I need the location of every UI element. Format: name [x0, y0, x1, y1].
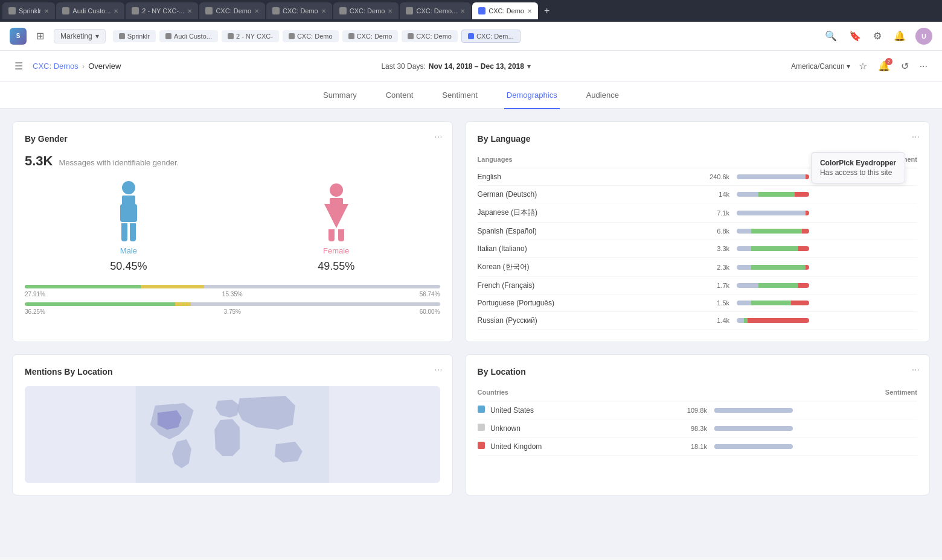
grid-icon[interactable]: ⊞ — [34, 28, 46, 44]
lang-name: French (Français) — [478, 277, 669, 294]
tab-favicon — [8, 7, 16, 14]
loc-sentiment-bar — [714, 444, 793, 449]
new-tab-button[interactable]: + — [539, 5, 554, 16]
loc-sentiment-bar — [714, 408, 793, 413]
browser-tab-cxc5-active[interactable]: CXC: Demo ✕ — [472, 2, 538, 19]
tab-favicon — [62, 7, 69, 14]
tab-demographics[interactable]: Demographics — [504, 82, 560, 109]
mentions-location-menu[interactable]: ··· — [434, 364, 442, 375]
mentions-location-title: Mentions By Location — [25, 367, 440, 377]
bookmark-icon[interactable]: 🔖 — [847, 28, 864, 44]
star-icon[interactable]: ☆ — [856, 58, 870, 74]
lang-sentiment-cell — [737, 203, 917, 223]
lang-sentiment-cell — [737, 277, 917, 294]
date-range-picker[interactable]: Last 30 Days: Nov 14, 2018 – Dec 13, 201… — [381, 62, 531, 71]
location-table-row: Unknown 98.3k — [478, 419, 917, 438]
notification-badge[interactable]: 🔔2 — [876, 58, 892, 74]
date-range-value: Nov 14, 2018 – Dec 13, 2018 — [429, 62, 524, 71]
lang-sentiment-bar — [737, 301, 809, 305]
lang-sent-grey — [737, 192, 758, 197]
language-table-row: Korean (한국어) 2.3k — [478, 258, 917, 277]
browser-tab-nycxc[interactable]: 2 - NY CXC-... ✕ — [126, 2, 198, 19]
country-name: Unknown — [478, 419, 644, 438]
app-tab-cxc1[interactable]: CXC: Demo — [283, 30, 339, 42]
language-panel-menu[interactable]: ··· — [912, 132, 920, 142]
lang-sentiment-cell — [737, 168, 917, 186]
lang-count: 7.1k — [669, 203, 737, 223]
lang-sent-red — [806, 211, 809, 215]
refresh-icon[interactable]: ↺ — [899, 58, 911, 74]
col-language: Languages — [478, 153, 669, 168]
female-positive-bar — [25, 302, 175, 306]
tab-close-icon[interactable]: ✕ — [114, 8, 118, 14]
female-icon — [324, 183, 348, 241]
lang-sent-green — [758, 192, 795, 197]
lang-sent-green — [751, 301, 791, 305]
lang-name: Korean (한국어) — [478, 258, 669, 277]
tab-close-icon[interactable]: ✕ — [321, 8, 326, 14]
by-location-menu[interactable]: ··· — [912, 364, 920, 375]
timezone-selector[interactable]: America/Cancun ▾ — [791, 62, 850, 71]
app-tab-cxc3[interactable]: CXC: Demo — [402, 30, 458, 42]
app-header: S ⊞ Marketing ▾ Sprinklr Audi Custo... 2… — [0, 22, 942, 51]
browser-tab-cxc3[interactable]: CXC: Demo ✕ — [333, 2, 399, 19]
country-sentiment-cell — [714, 438, 917, 456]
tab-content[interactable]: Content — [383, 82, 416, 109]
tab-close-icon[interactable]: ✕ — [527, 8, 532, 14]
tab-close-icon[interactable]: ✕ — [460, 8, 465, 14]
tab-audience[interactable]: Audience — [584, 82, 621, 109]
lang-sentiment-bar — [737, 229, 809, 234]
loc-sent-bar-fill — [714, 444, 746, 449]
app-tab-sprinklr[interactable]: Sprinklr — [113, 30, 156, 42]
tab-close-icon[interactable]: ✕ — [187, 8, 192, 14]
language-table-row: Japanese (日本語) 7.1k — [478, 203, 917, 223]
app-tab-cxc4-current[interactable]: CXC: Dem... — [461, 30, 521, 43]
app-tab-audi[interactable]: Audi Custo... — [159, 30, 218, 42]
browser-tab-cxc4[interactable]: CXC: Demo... ✕ — [400, 2, 471, 19]
lang-sent-grey — [737, 318, 744, 323]
tab-close-icon[interactable]: ✕ — [44, 8, 49, 14]
gender-figures: Male 50.45% Female 49.55% — [25, 181, 440, 273]
page-header-right: America/Cancun ▾ ☆ 🔔2 ↺ ··· — [791, 58, 930, 74]
browser-tab-cxc2[interactable]: CXC: Demo ✕ — [266, 2, 332, 19]
page-header: ☰ CXC: Demos › Overview Last 30 Days: No… — [0, 51, 942, 82]
female-label: Female — [323, 246, 349, 255]
world-map — [25, 386, 440, 483]
lang-name: Russian (Русский) — [478, 312, 669, 329]
browser-tab-audi[interactable]: Audi Custo... ✕ — [56, 2, 124, 19]
mentions-location-panel: Mentions By Location ··· — [12, 354, 453, 495]
gender-panel-menu[interactable]: ··· — [434, 132, 442, 142]
lang-count: 3.3k — [669, 240, 737, 258]
tab-close-icon[interactable]: ✕ — [388, 8, 392, 14]
notification-icon[interactable]: 🔔 — [891, 28, 908, 44]
loc-sentiment-bar — [714, 426, 793, 431]
male-percentage: 50.45% — [110, 260, 147, 273]
lang-count: 2.3k — [669, 258, 737, 277]
tab-summary[interactable]: Summary — [321, 82, 359, 109]
breadcrumb: CXC: Demos › Overview — [33, 62, 121, 71]
lang-sent-red — [798, 283, 809, 288]
search-icon[interactable]: 🔍 — [822, 28, 839, 44]
tab-sentiment[interactable]: Sentiment — [440, 82, 480, 109]
lang-sentiment-cell — [737, 186, 917, 203]
browser-tabs-bar: Sprinklr ✕ Audi Custo... ✕ 2 - NY CXC-..… — [0, 0, 942, 22]
more-options-icon[interactable]: ··· — [917, 59, 930, 74]
app-tab-nycxc[interactable]: 2 - NY CXC- — [222, 30, 279, 42]
lang-name: German (Deutsch) — [478, 186, 669, 203]
settings-icon[interactable]: ⚙ — [871, 28, 884, 44]
female-percentage: 49.55% — [318, 260, 354, 273]
user-avatar[interactable]: U — [915, 28, 932, 45]
tab-close-icon[interactable]: ✕ — [254, 8, 259, 14]
hamburger-menu[interactable]: ☰ — [12, 58, 25, 74]
lang-sent-grey — [737, 211, 806, 215]
col-countries: Countries — [478, 386, 644, 401]
app-tab-cxc2[interactable]: CXC: Demo — [342, 30, 399, 42]
breadcrumb-root[interactable]: CXC: Demos — [33, 62, 78, 71]
country-count: 18.1k — [644, 438, 714, 456]
browser-tab-cxc1[interactable]: CXC: Demo ✕ — [199, 2, 265, 19]
browser-tab-sprinklr[interactable]: Sprinklr ✕ — [2, 2, 55, 19]
language-table-row: English 240.6k — [478, 168, 917, 186]
lang-sent-green — [751, 265, 806, 270]
marketing-dropdown[interactable]: Marketing ▾ — [54, 29, 106, 43]
lang-sent-red — [791, 301, 809, 305]
